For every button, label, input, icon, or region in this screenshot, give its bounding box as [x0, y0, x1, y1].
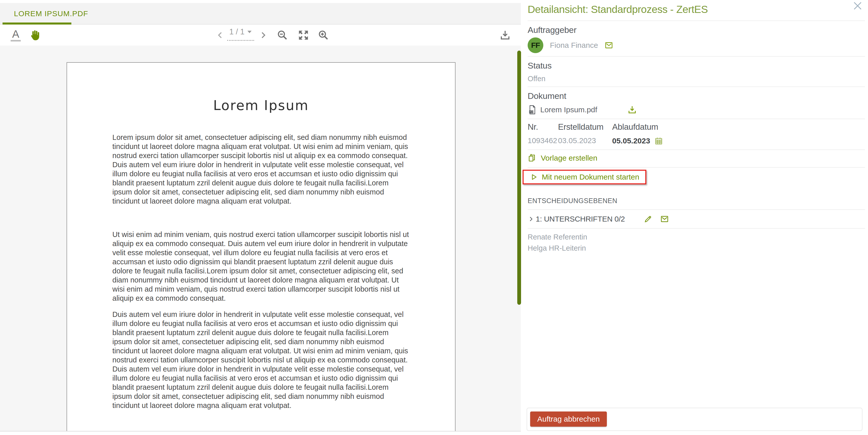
divider: [528, 119, 865, 119]
page-indicator[interactable]: 1 / 1: [227, 27, 254, 41]
next-page-icon[interactable]: [259, 31, 268, 40]
active-tab-indicator: [3, 23, 71, 25]
signer-name: Helga HR-Leiterin: [528, 244, 865, 253]
text-annotation-icon[interactable]: A: [11, 29, 21, 41]
calendar-icon[interactable]: [654, 136, 663, 145]
divider: [528, 56, 865, 57]
document-tab[interactable]: LOREM IPSUM.PDF: [0, 3, 102, 24]
document-heading: Dokument: [528, 91, 865, 101]
detail-panel: Detailansicht: Standardprozess - ZertES …: [528, 0, 868, 435]
start-new-document-label: Mit neuem Dokument starten: [542, 173, 639, 181]
document-title: Lorem Ipsum: [67, 98, 455, 113]
file-row: PDF Lorem Ipsum.pdf: [528, 104, 865, 115]
created-value: 03.05.2023: [558, 136, 612, 145]
pdf-viewer: LOREM IPSUM.PDF A 1 / 1: [0, 0, 521, 435]
start-new-document-button[interactable]: Mit neuem Dokument starten: [523, 170, 646, 185]
page-indicator-label: 1 / 1: [229, 27, 244, 36]
decision-level-row: 1: UNTERSCHRIFTEN 0/2: [528, 214, 865, 224]
chevron-right-icon[interactable]: [528, 216, 534, 222]
hand-tool-icon[interactable]: [28, 29, 40, 41]
mail-icon[interactable]: [604, 41, 613, 49]
svg-text:PDF: PDF: [530, 111, 534, 113]
divider: [528, 228, 865, 229]
client-heading: Auftraggeber: [528, 25, 865, 35]
cancel-order-button[interactable]: Auftrag abbrechen: [530, 411, 607, 427]
status-value: Offen: [528, 75, 865, 83]
document-tab-label: LOREM IPSUM.PDF: [14, 9, 88, 18]
mail-icon[interactable]: [660, 215, 669, 223]
client-row: FF Fiona Finance: [528, 37, 865, 53]
level-label[interactable]: 1: UNTERSCHRIFTEN 0/2: [536, 215, 625, 223]
nr-value: 1093462: [528, 136, 558, 145]
nr-label: Nr.: [528, 122, 558, 132]
viewer-canvas: Lorem Ipsum Lorem ipsum dolor sit amet, …: [0, 45, 521, 431]
status-heading: Status: [528, 61, 865, 71]
meta-table: Nr. Erstelldatum Ablaufdatum 1093462 03.…: [528, 122, 865, 145]
zoom-in-icon[interactable]: [317, 29, 330, 41]
expiry-value: 05.05.2023: [612, 136, 865, 145]
download-file-icon[interactable]: [627, 105, 637, 115]
panel-footer: Auftrag abbrechen: [527, 408, 862, 431]
zoom-out-icon[interactable]: [276, 29, 288, 41]
pencil-icon[interactable]: [644, 214, 653, 224]
pdf-page: Lorem Ipsum Lorem ipsum dolor sit amet, …: [67, 62, 456, 431]
file-name[interactable]: Lorem Ipsum.pdf: [540, 105, 597, 114]
panel-scrollbar[interactable]: [517, 51, 521, 305]
panel-title: Detailansicht: Standardprozess - ZertES: [528, 4, 865, 15]
pdf-file-icon: PDF: [528, 105, 537, 115]
caret-down-icon: [247, 30, 252, 34]
create-template-link[interactable]: Vorlage erstellen: [528, 154, 597, 163]
document-paragraph: Ut wisi enim ad minim veniam, quis nostr…: [112, 230, 409, 303]
document-tab-bar: LOREM IPSUM.PDF: [0, 3, 521, 25]
document-paragraph: Lorem ipsum dolor sit amet, consectetuer…: [112, 133, 409, 206]
download-icon[interactable]: [499, 29, 511, 41]
document-body: Lorem ipsum dolor sit amet, consectetuer…: [112, 133, 409, 410]
expiry-date: 05.05.2023: [612, 137, 650, 145]
copy-template-icon: [528, 154, 537, 163]
close-icon[interactable]: [852, 1, 863, 11]
viewer-toolbar: A 1 / 1: [0, 25, 521, 45]
divider: [528, 167, 865, 168]
avatar: FF: [528, 37, 543, 53]
decision-levels-heading: ENTSCHEIDUNGSEBENEN: [528, 197, 865, 205]
created-label: Erstelldatum: [558, 122, 612, 132]
fullscreen-icon[interactable]: [297, 29, 310, 41]
create-template-label: Vorlage erstellen: [541, 154, 597, 162]
divider: [528, 21, 865, 21]
divider: [528, 209, 865, 210]
divider: [528, 87, 865, 87]
prev-page-icon[interactable]: [216, 31, 225, 40]
play-icon: [530, 173, 537, 181]
signer-name: Renate Referentin: [528, 233, 865, 241]
document-paragraph: Duis autem vel eum iriure dolor in hendr…: [112, 310, 409, 410]
expiry-label: Ablaufdatum: [612, 122, 865, 132]
client-name: Fiona Finance: [550, 41, 598, 49]
